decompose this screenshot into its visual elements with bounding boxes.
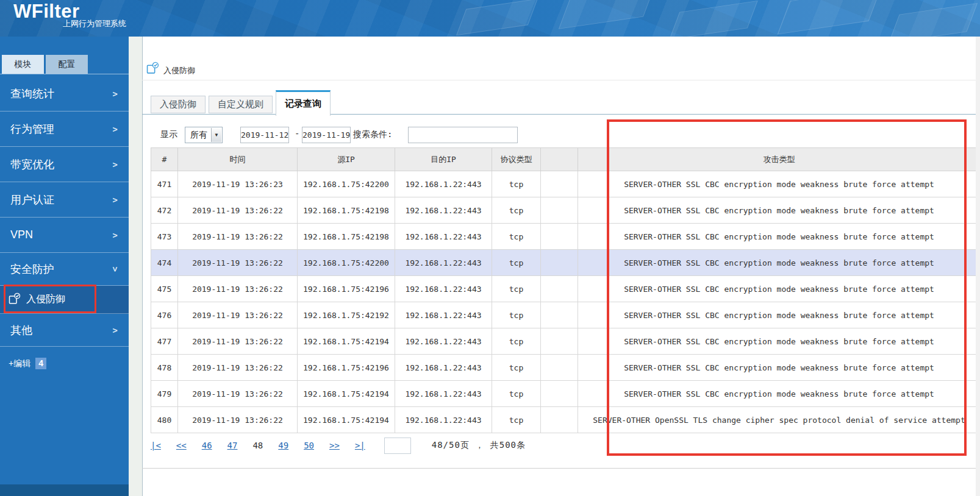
table-row[interactable]: 4722019-11-19 13:26:22192.168.1.75:42198… — [151, 197, 980, 224]
table-row[interactable]: 4752019-11-19 13:26:22192.168.1.75:42196… — [151, 276, 980, 302]
table-row[interactable]: 4792019-11-19 13:26:22192.168.1.75:42194… — [151, 381, 980, 407]
column-header-source-ip: 源IP — [298, 148, 395, 171]
content-tabs: 入侵防御 自定义规则 记录查询 — [151, 90, 331, 116]
table-body: 4712019-11-19 13:26:23192.168.1.75:42200… — [151, 171, 980, 433]
cell-spacer — [541, 171, 578, 197]
sidebar-item-label: VPN — [10, 229, 33, 241]
sidebar-tabs: 模块 配置 — [2, 55, 88, 74]
cell-protocol: tcp — [492, 355, 541, 381]
cell-spacer — [541, 355, 578, 381]
panel-bottom-border — [142, 468, 980, 469]
page-last-button[interactable]: >| — [355, 441, 365, 450]
page-link-46[interactable]: 46 — [202, 441, 212, 450]
sidebar-edit-link[interactable]: +编辑 — [9, 358, 30, 369]
cell-source-ip: 192.168.1.75:42194 — [298, 328, 395, 355]
sidebar-item-user-auth[interactable]: 用户认证 > — [0, 182, 129, 218]
cell-protocol: tcp — [492, 197, 541, 224]
cell-index: 480 — [151, 407, 178, 433]
sidebar-item-bandwidth[interactable]: 带宽优化 > — [0, 147, 129, 182]
chevron-right-icon: > — [113, 160, 118, 169]
page-next-button[interactable]: >> — [329, 441, 340, 450]
cell-dest-ip: 192.168.1.22:443 — [395, 276, 492, 302]
page-prev-button[interactable]: << — [176, 441, 187, 450]
sidebar-item-others[interactable]: 其他 > — [0, 314, 129, 347]
cell-index: 472 — [151, 197, 178, 224]
keyboard-key-shape — [456, 0, 538, 35]
main-content: 入侵防御 入侵防御 自定义规则 记录查询 显示 所有 ▼ - 搜索条件: # 时… — [129, 37, 980, 496]
cell-index: 474 — [151, 250, 178, 276]
vertical-scrollbar[interactable] — [976, 37, 980, 496]
show-filter-select[interactable]: 所有 ▼ — [185, 127, 223, 143]
edit-count-badge: 4 — [35, 358, 46, 369]
keyboard-key-shape — [559, 0, 655, 29]
date-to-input[interactable] — [302, 127, 351, 143]
sidebar-item-label: 查询统计 — [10, 87, 54, 101]
cell-attack-type: SERVER-OTHER SSL CBC encryption mode wea… — [578, 381, 980, 407]
sidebar-item-security[interactable]: 安全防护 > — [0, 253, 129, 286]
dropdown-arrow-icon: ▼ — [215, 132, 218, 138]
table-row[interactable]: 4762019-11-19 13:26:22192.168.1.75:42192… — [151, 302, 980, 328]
date-from-input[interactable] — [240, 127, 289, 143]
cell-protocol: tcp — [492, 407, 541, 433]
tab-record-query[interactable]: 记录查询 — [276, 90, 331, 116]
cell-dest-ip: 192.168.1.22:443 — [395, 407, 492, 433]
table-row[interactable]: 4772019-11-19 13:26:22192.168.1.75:42194… — [151, 328, 980, 355]
sidebar-item-query-stats[interactable]: 查询统计 > — [0, 76, 129, 112]
page-link-47[interactable]: 47 — [227, 441, 238, 450]
table-row[interactable]: 4732019-11-19 13:26:22192.168.1.75:42198… — [151, 224, 980, 250]
cell-dest-ip: 192.168.1.22:443 — [395, 328, 492, 355]
cell-source-ip: 192.168.1.75:42194 — [298, 381, 395, 407]
cell-protocol: tcp — [492, 224, 541, 250]
sidebar-item-label: 行为管理 — [10, 122, 54, 136]
page-jump-input[interactable] — [384, 438, 411, 454]
sidebar-tab-modules[interactable]: 模块 — [2, 55, 44, 74]
cell-spacer — [541, 197, 578, 224]
cell-spacer — [541, 250, 578, 276]
sidebar-item-label: 用户认证 — [10, 193, 54, 207]
column-header-spacer — [541, 148, 578, 171]
search-input[interactable] — [408, 127, 518, 143]
table-row[interactable]: 4802019-11-19 13:26:22192.168.1.75:42194… — [151, 407, 980, 433]
tab-custom-rules[interactable]: 自定义规则 — [209, 96, 273, 113]
chevron-down-icon: > — [110, 266, 120, 271]
show-label: 显示 — [160, 129, 177, 140]
cell-time: 2019-11-19 13:26:22 — [178, 276, 298, 302]
sidebar-item-intrusion-prevention[interactable]: 入侵防御 — [0, 286, 129, 314]
cell-source-ip: 192.168.1.75:42196 — [298, 355, 395, 381]
table-row[interactable]: 4742019-11-19 13:26:22192.168.1.75:42200… — [151, 250, 980, 276]
cell-dest-ip: 192.168.1.22:443 — [395, 250, 492, 276]
cell-time: 2019-11-19 13:26:22 — [178, 355, 298, 381]
tab-intrusion-prevention[interactable]: 入侵防御 — [151, 96, 206, 113]
sidebar-item-vpn[interactable]: VPN > — [0, 218, 129, 253]
cell-dest-ip: 192.168.1.22:443 — [395, 197, 492, 224]
cell-protocol: tcp — [492, 381, 541, 407]
sidebar-tab-config[interactable]: 配置 — [46, 55, 88, 74]
breadcrumb-divider — [142, 80, 980, 80]
app-subtitle: 上网行为管理系统 — [63, 18, 126, 29]
sidebar-item-label: 其他 — [10, 323, 32, 338]
page-current: 48 — [252, 441, 263, 450]
cell-dest-ip: 192.168.1.22:443 — [395, 171, 492, 197]
sidebar-menu: 查询统计 > 行为管理 > 带宽优化 > 用户认证 > VPN > 安全防护 > — [0, 76, 129, 369]
cell-attack-type: SERVER-OTHER OpenSSL TLS change cipher s… — [578, 407, 980, 433]
sidebar: 模块 配置 查询统计 > 行为管理 > 带宽优化 > 用户认证 > VPN > … — [0, 37, 129, 496]
cell-spacer — [541, 224, 578, 250]
cell-attack-type: SERVER-OTHER SSL CBC encryption mode wea… — [578, 224, 980, 250]
table-row[interactable]: 4782019-11-19 13:26:22192.168.1.75:42196… — [151, 355, 980, 381]
page-link-49[interactable]: 49 — [278, 441, 288, 450]
cell-time: 2019-11-19 13:26:23 — [178, 171, 298, 197]
page-first-button[interactable]: |< — [151, 441, 161, 450]
sidebar-item-behavior-mgmt[interactable]: 行为管理 > — [0, 112, 129, 147]
column-header-attack-type: 攻击类型 — [578, 148, 980, 171]
cell-time: 2019-11-19 13:26:22 — [178, 302, 298, 328]
keyboard-key-shape — [669, 1, 757, 37]
table-header: # 时间 源IP 目的IP 协议类型 攻击类型 — [151, 148, 980, 171]
dropdown-arrow-button[interactable]: ▼ — [211, 128, 221, 142]
records-table: # 时间 源IP 目的IP 协议类型 攻击类型 4712019-11-19 13… — [151, 147, 980, 433]
cell-index: 479 — [151, 381, 178, 407]
cell-spacer — [541, 381, 578, 407]
cell-spacer — [541, 276, 578, 302]
page-link-50[interactable]: 50 — [304, 441, 314, 450]
table-row[interactable]: 4712019-11-19 13:26:23192.168.1.75:42200… — [151, 171, 980, 197]
sidebar-submenu-label: 入侵防御 — [26, 293, 65, 306]
